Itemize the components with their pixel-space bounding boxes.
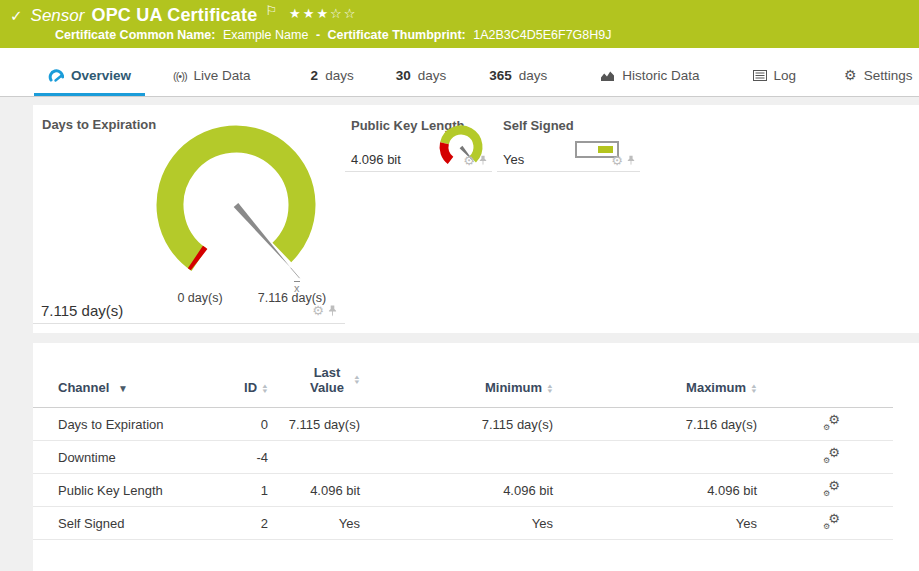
sort-icon: ▲▼ <box>751 384 757 394</box>
historic-chart-icon <box>600 70 615 82</box>
cert-common-name-label: Certificate Common Name: <box>55 28 215 42</box>
channel-maximum: 4.096 bit <box>553 474 757 507</box>
tab-365-days[interactable]: 365 days <box>489 68 547 96</box>
column-header-actions <box>757 365 893 408</box>
sensor-title: OPC UA Certificate <box>91 5 257 26</box>
channel-name: Self Signed <box>33 507 228 540</box>
channel-gear-icon[interactable]: ⚙ <box>312 303 324 318</box>
live-data-icon: ((•)) <box>173 70 187 82</box>
channels-table: Channel ▼ ID▲▼ Last Value▲▼ Minimum▲▼ Ma… <box>33 365 893 540</box>
status-check-icon: ✓ <box>10 7 23 25</box>
channel-minimum: 7.115 day(s) <box>360 408 553 441</box>
channel-id: 1 <box>228 474 268 507</box>
gauge-actions: ⚙ <box>463 153 487 168</box>
overview-gauge-icon <box>48 68 64 83</box>
channel-settings-icon[interactable]: ⚙⚙ <box>823 448 840 463</box>
tab-30-days[interactable]: 30 days <box>396 68 447 96</box>
indicator-on-block <box>598 146 613 153</box>
channel-settings-icon[interactable]: ⚙⚙ <box>823 481 840 496</box>
tab-log[interactable]: Log <box>753 68 797 96</box>
column-header-minimum[interactable]: Minimum▲▼ <box>360 365 553 408</box>
gauge-value: Yes <box>503 152 524 167</box>
channel-last-value <box>268 441 360 474</box>
subtitle-separator: - <box>316 28 320 42</box>
table-row[interactable]: Self Signed 2 Yes Yes Yes ⚙⚙ <box>33 507 893 540</box>
channel-maximum: Yes <box>553 507 757 540</box>
channel-minimum <box>360 441 553 474</box>
channel-name: Days to Expiration <box>33 408 228 441</box>
column-header-id[interactable]: ID▲▼ <box>228 365 268 408</box>
sort-active-icon: ▼ <box>118 383 128 394</box>
tab-bar: Overview ((•)) Live Data 2 days 30 days … <box>0 48 919 97</box>
channel-last-value: 4.096 bit <box>268 474 360 507</box>
gauge-self-signed: Self Signed Yes ⚙ <box>497 105 640 172</box>
pin-icon[interactable] <box>627 155 635 166</box>
channel-last-value: Yes <box>268 507 360 540</box>
gauge-actions: ⚙ <box>312 303 337 318</box>
sort-icon: ▲▼ <box>547 384 553 394</box>
gauge-min-label: 0 day(s) <box>160 291 240 305</box>
channel-gear-icon[interactable]: ⚙ <box>463 153 475 168</box>
tab-historic-data[interactable]: Historic Data <box>600 68 699 96</box>
gauges-panel: Days to Expiration x 0 day(s) 7.116 day(… <box>33 105 919 333</box>
tab-overview[interactable]: Overview <box>34 68 145 96</box>
cert-thumbprint-value: 1A2B3C4D5E6F7G8H9J <box>473 28 611 42</box>
gauge-days-to-expiration: Days to Expiration x 0 day(s) 7.116 day(… <box>33 105 345 324</box>
channel-minimum: Yes <box>360 507 553 540</box>
channel-id: 0 <box>228 408 268 441</box>
cert-common-name-value: Example Name <box>223 28 308 42</box>
column-header-maximum[interactable]: Maximum▲▼ <box>553 365 757 408</box>
table-row[interactable]: Days to Expiration 0 7.115 day(s) 7.115 … <box>33 408 893 441</box>
channel-maximum <box>553 441 757 474</box>
column-header-last-value[interactable]: Last Value▲▼ <box>268 365 360 408</box>
channel-name: Public Key Length <box>33 474 228 507</box>
channels-panel: Channel ▼ ID▲▼ Last Value▲▼ Minimum▲▼ Ma… <box>33 343 919 571</box>
sort-icon: ▲▼ <box>262 384 268 394</box>
priority-stars[interactable]: ★★★☆☆ <box>289 6 357 21</box>
days-to-expiration-gauge <box>126 110 336 305</box>
tab-2-days[interactable]: 2 days <box>311 68 354 96</box>
sort-icon: ▲▼ <box>354 375 360 385</box>
channel-gear-icon[interactable]: ⚙ <box>611 153 623 168</box>
sensor-kind-label: Sensor <box>31 6 85 26</box>
channel-minimum: 4.096 bit <box>360 474 553 507</box>
table-row[interactable]: Public Key Length 1 4.096 bit 4.096 bit … <box>33 474 893 507</box>
pin-icon[interactable] <box>479 155 487 166</box>
channel-id: 2 <box>228 507 268 540</box>
pin-icon[interactable] <box>328 305 337 317</box>
gauge-public-key-length: Public Key Length 4.096 bit ⚙ <box>345 105 492 172</box>
tab-live-data[interactable]: ((•)) Live Data <box>173 68 251 96</box>
column-header-channel[interactable]: Channel ▼ <box>33 365 228 408</box>
settings-gear-icon: ⚙ <box>844 67 857 83</box>
sensor-subtitle: Certificate Common Name: Example Name - … <box>10 28 919 42</box>
log-list-icon <box>753 70 767 81</box>
gauge-value: 7.115 day(s) <box>41 302 123 319</box>
priority-flag-icon[interactable]: ⚐ <box>265 3 277 18</box>
channel-last-value: 7.115 day(s) <box>268 408 360 441</box>
table-row[interactable]: Downtime -4 ⚙⚙ <box>33 441 893 474</box>
sensor-banner: ✓ Sensor OPC UA Certificate ⚐ ★★★☆☆ Cert… <box>0 0 919 48</box>
gauge-actions: ⚙ <box>611 153 635 168</box>
gauge-value: 4.096 bit <box>351 152 401 167</box>
table-header-row: Channel ▼ ID▲▼ Last Value▲▼ Minimum▲▼ Ma… <box>33 365 893 408</box>
tab-settings[interactable]: ⚙ Settings <box>844 67 912 96</box>
channel-maximum: 7.116 day(s) <box>553 408 757 441</box>
channel-settings-icon[interactable]: ⚙⚙ <box>823 514 840 529</box>
channel-settings-icon[interactable]: ⚙⚙ <box>823 415 840 430</box>
channel-id: -4 <box>228 441 268 474</box>
gauge-title: Self Signed <box>503 118 574 133</box>
channel-name: Downtime <box>33 441 228 474</box>
cert-thumbprint-label: Certificate Thumbprint: <box>328 28 466 42</box>
